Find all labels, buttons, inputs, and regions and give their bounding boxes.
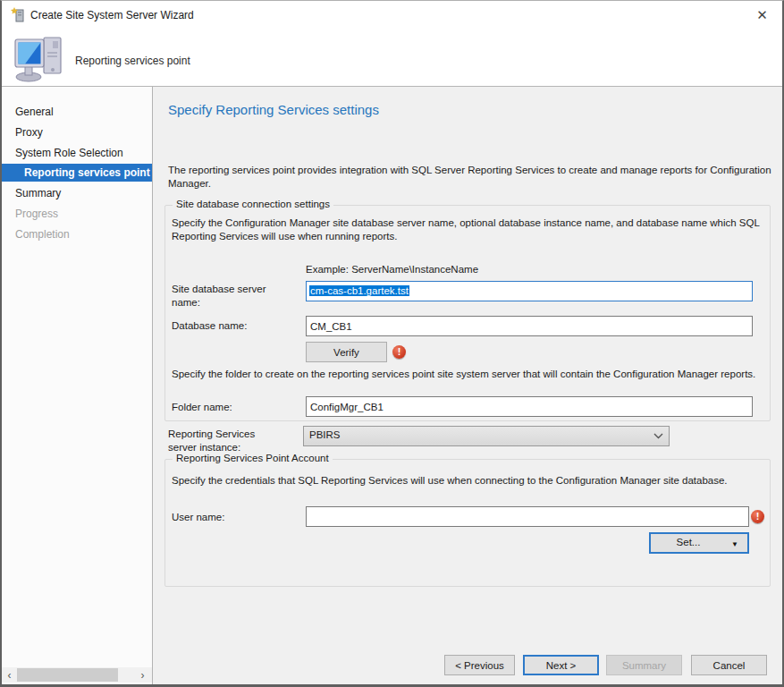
- header-role-title: Reporting services point: [75, 55, 190, 67]
- server-instance-dropdown[interactable]: PBIRS: [303, 426, 670, 446]
- server-instance-value: PBIRS: [309, 429, 341, 440]
- sidebar-item-system-role-selection[interactable]: System Role Selection: [2, 144, 152, 162]
- server-name-example: Example: ServerName\InstanceName: [306, 263, 478, 276]
- site-database-group-legend: Site database connection settings: [173, 199, 333, 209]
- account-group-legend: Reporting Services Point Account: [173, 453, 333, 463]
- sidebar-item-summary[interactable]: Summary: [2, 184, 152, 202]
- sidebar-item-progress[interactable]: Progress: [2, 205, 152, 223]
- title-bar: Create Site System Server Wizard ✕: [2, 1, 782, 30]
- user-name-input[interactable]: [306, 506, 749, 527]
- scroll-right-button[interactable]: ›: [135, 667, 150, 683]
- close-button[interactable]: ✕: [742, 1, 782, 29]
- scroll-left-button[interactable]: ‹: [2, 667, 17, 683]
- server-instance-label: Reporting Services server instance:: [168, 428, 280, 454]
- computer-icon: [13, 34, 65, 82]
- sidebar-horizontal-scrollbar[interactable]: ‹ ›: [2, 667, 152, 683]
- database-name-label: Database name:: [172, 319, 247, 333]
- previous-button[interactable]: < Previous: [444, 655, 515, 675]
- window-title: Create Site System Server Wizard: [30, 9, 194, 21]
- chevron-down-icon: [653, 433, 663, 439]
- next-button[interactable]: Next >: [523, 655, 599, 675]
- scroll-right-icon: ›: [141, 669, 145, 682]
- sidebar-divider: [152, 87, 153, 684]
- wizard-header: Reporting services point: [2, 30, 782, 86]
- sidebar-item-proxy[interactable]: Proxy: [2, 123, 152, 141]
- set-account-button[interactable]: Set... ▼: [649, 532, 749, 554]
- server-name-selected-text: cm-cas-cb1.gartek.tst: [309, 285, 409, 296]
- folder-name-label: Folder name:: [172, 401, 232, 414]
- intro-text: The reporting services point provides in…: [168, 164, 776, 191]
- folder-hint-text: Specify the folder to create on the repo…: [172, 368, 763, 381]
- wizard-step-list: General Proxy System Role Selection Repo…: [2, 87, 152, 684]
- wizard-window: Create Site System Server Wizard ✕ Repor…: [0, 0, 784, 687]
- set-dropdown-arrow-icon: ▼: [731, 540, 738, 548]
- set-button-label: Set...: [651, 537, 726, 547]
- user-name-label: User name:: [172, 511, 224, 524]
- folder-name-input[interactable]: [306, 396, 753, 417]
- account-description: Specify the credentials that SQL Reporti…: [172, 474, 763, 488]
- cancel-button[interactable]: Cancel: [691, 655, 767, 675]
- username-error-icon: !: [751, 510, 764, 523]
- verify-button[interactable]: Verify: [306, 342, 387, 362]
- db-group-description: Specify the Configuration Manager site d…: [172, 216, 763, 243]
- close-icon: ✕: [756, 7, 768, 22]
- database-name-input[interactable]: [306, 316, 753, 336]
- sidebar-item-reporting-services-point[interactable]: Reporting services point: [2, 164, 152, 182]
- verify-error-icon: !: [392, 345, 406, 359]
- page-title: Specify Reporting Services settings: [168, 102, 379, 117]
- scrollbar-thumb[interactable]: [17, 668, 118, 682]
- summary-button[interactable]: Summary: [606, 655, 682, 675]
- server-name-label: Site database server name:: [172, 283, 283, 310]
- scroll-left-icon: ‹: [8, 669, 12, 682]
- wizard-app-icon: [11, 7, 26, 22]
- sidebar-item-completion[interactable]: Completion: [2, 225, 152, 243]
- sidebar-item-general[interactable]: General: [2, 103, 152, 121]
- site-database-server-input[interactable]: cm-cas-cb1.gartek.tst: [306, 281, 753, 301]
